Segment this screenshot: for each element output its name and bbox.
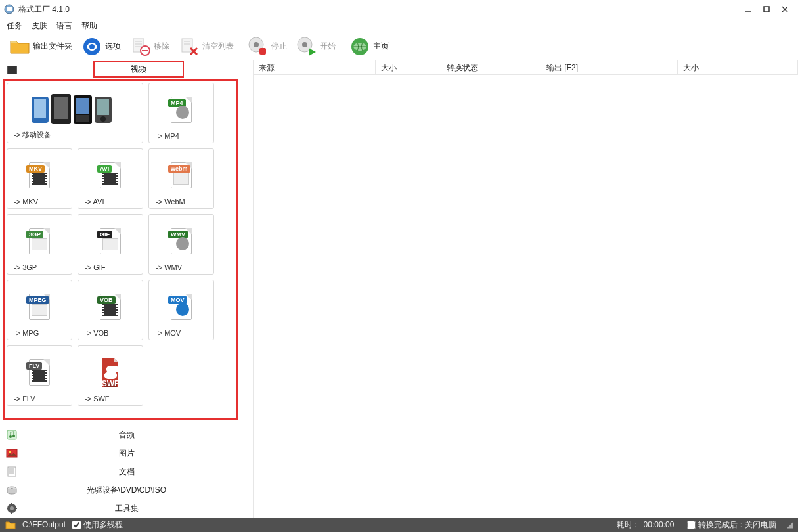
- multithread-toggle[interactable]: 使用多线程: [72, 520, 123, 531]
- col-size[interactable]: 大小: [376, 60, 441, 74]
- format-tiles: -> 移动设备MP4-> MP4MKV-> MKVAVI-> AVIwebm->…: [7, 83, 246, 406]
- category-row-video[interactable]: 视频: [0, 60, 253, 79]
- home-label: 主页: [373, 41, 389, 52]
- svg-rect-14: [182, 39, 192, 52]
- format-icon-mpg: MPEG: [24, 284, 55, 329]
- svg-rect-52: [11, 512, 12, 514]
- title-bar: 格式工厂 4.1.0: [0, 0, 798, 18]
- col-output[interactable]: 输出 [F2]: [541, 60, 678, 74]
- svg-rect-19: [259, 48, 266, 55]
- svg-point-50: [10, 506, 14, 510]
- format-tile-webm[interactable]: webm-> WebM: [148, 148, 214, 209]
- menu-help[interactable]: 帮助: [81, 20, 97, 32]
- category-row-toolbox[interactable]: 工具集: [0, 499, 253, 518]
- menu-bar: 任务 皮肤 语言 帮助: [0, 18, 798, 33]
- category-row-document[interactable]: 文档: [0, 462, 253, 481]
- format-tile-avi[interactable]: AVI-> AVI: [78, 148, 143, 209]
- svg-rect-54: [15, 508, 17, 509]
- task-list-body[interactable]: [254, 75, 798, 518]
- format-tile-3gp[interactable]: 3GP-> 3GP: [7, 214, 72, 275]
- svg-rect-51: [11, 503, 12, 505]
- svg-point-7: [89, 44, 95, 49]
- options-button[interactable]: 选项: [79, 35, 123, 58]
- remove-icon: [130, 36, 151, 57]
- format-tile-mkv[interactable]: MKV-> MKV: [7, 148, 72, 209]
- rom-category-icon: [0, 484, 24, 496]
- svg-rect-31: [76, 98, 89, 114]
- format-label-avi: -> AVI: [81, 198, 140, 206]
- multithread-label: 使用多线程: [83, 520, 123, 531]
- format-label-swf: -> SWF: [81, 395, 140, 403]
- start-label: 开始: [320, 41, 336, 52]
- options-label: 选项: [105, 41, 121, 52]
- svg-point-18: [254, 42, 259, 47]
- svg-point-48: [11, 488, 13, 489]
- video-category-icon: [0, 64, 24, 76]
- format-label-flv: -> FLV: [10, 395, 69, 403]
- col-state[interactable]: 转换状态: [441, 60, 541, 74]
- format-label-wmv: -> WMV: [152, 263, 211, 271]
- svg-rect-1: [7, 7, 12, 11]
- clear-button[interactable]: 清空列表: [176, 35, 236, 58]
- format-tile-mp4[interactable]: MP4-> MP4: [148, 83, 214, 143]
- toolbox-category-icon: [0, 502, 24, 514]
- close-button[interactable]: [776, 3, 794, 16]
- multithread-checkbox[interactable]: [72, 521, 81, 529]
- status-folder-icon[interactable]: [5, 520, 16, 529]
- after-complete-toggle[interactable]: 转换完成后 : 关闭电脑: [687, 520, 776, 531]
- svg-point-40: [12, 435, 15, 437]
- output-path-text[interactable]: C:\FFOutput: [22, 520, 66, 529]
- format-tile-vob[interactable]: VOB-> VOB: [78, 280, 143, 340]
- remove-button[interactable]: 移除: [127, 35, 172, 58]
- right-panel: 来源 大小 转换状态 输出 [F2] 大小: [254, 60, 798, 518]
- menu-task[interactable]: 任务: [7, 20, 22, 32]
- svg-rect-53: [7, 508, 9, 509]
- format-icon-3gp: 3GP: [24, 219, 55, 263]
- col-size2[interactable]: 大小: [678, 60, 798, 74]
- start-button[interactable]: 开始: [294, 35, 338, 58]
- svg-rect-32: [76, 115, 89, 122]
- svg-rect-43: [8, 467, 16, 476]
- options-icon: [81, 36, 102, 57]
- format-icon-mov: MOV: [166, 284, 197, 329]
- document-category-icon: [0, 466, 24, 477]
- format-label-3gp: -> 3GP: [10, 263, 69, 271]
- format-tile-mpg[interactable]: MPEG-> MPG: [7, 280, 72, 340]
- col-source[interactable]: 来源: [254, 60, 376, 74]
- format-icon-mp4: MP4: [166, 87, 197, 132]
- menu-skin[interactable]: 皮肤: [32, 20, 47, 32]
- category-rom-label: 光驱设备\DVD\CD\ISO: [24, 485, 229, 496]
- category-image-label: 图片: [24, 448, 229, 459]
- format-tile-mov[interactable]: MOV-> MOV: [148, 280, 214, 340]
- format-tile-swf[interactable]: SWF-> SWF: [78, 345, 143, 406]
- format-grid-area: -> 移动设备MP4-> MP4MKV-> MKVAVI-> AVIwebm->…: [0, 79, 253, 426]
- resize-grip-icon[interactable]: ◢: [787, 520, 793, 529]
- home-button[interactable]: 主页: [347, 35, 391, 58]
- task-list-header: 来源 大小 转换状态 输出 [F2] 大小: [254, 60, 798, 75]
- format-label-mpg: -> MPG: [10, 329, 69, 337]
- format-label-mov: -> MOV: [152, 329, 211, 337]
- stop-button[interactable]: 停止: [245, 35, 290, 58]
- category-row-audio[interactable]: 音频: [0, 426, 253, 444]
- maximize-button[interactable]: [757, 3, 776, 16]
- format-tile-wmv[interactable]: WMV-> WMV: [148, 214, 214, 275]
- category-row-image[interactable]: 图片: [0, 444, 253, 462]
- svg-rect-34: [97, 99, 109, 115]
- format-tile-flv[interactable]: FLV-> FLV: [7, 345, 72, 406]
- format-icon-swf: SWF: [97, 350, 123, 395]
- output-folder-button[interactable]: 输出文件夹: [7, 35, 75, 58]
- format-icon-mkv: MKV: [24, 153, 55, 198]
- menu-language[interactable]: 语言: [56, 20, 72, 32]
- category-row-rom[interactable]: 光驱设备\DVD\CD\ISO: [0, 481, 253, 499]
- after-complete-checkbox[interactable]: [687, 521, 696, 529]
- format-tile-gif[interactable]: GIF-> GIF: [78, 214, 143, 275]
- format-tile-mobile[interactable]: -> 移动设备: [7, 83, 143, 143]
- home-icon: [349, 36, 370, 57]
- minimize-button[interactable]: [739, 3, 757, 16]
- app-icon: [4, 4, 14, 14]
- svg-rect-27: [34, 99, 46, 118]
- window-title: 格式工厂 4.1.0: [18, 4, 739, 15]
- output-folder-label: 输出文件夹: [33, 41, 72, 52]
- image-category-icon: [0, 447, 24, 459]
- format-grid-scroll[interactable]: -> 移动设备MP4-> MP4MKV-> MKVAVI-> AVIwebm->…: [0, 79, 253, 426]
